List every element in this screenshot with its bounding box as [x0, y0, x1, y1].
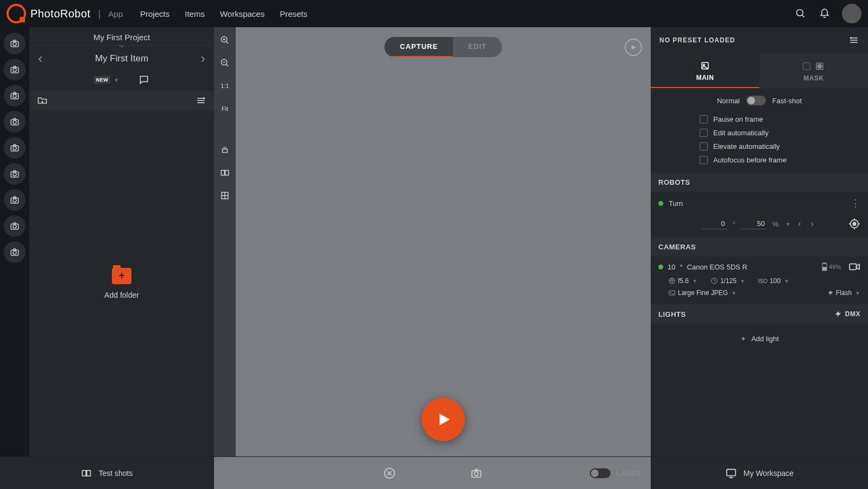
rail-camera-3[interactable] — [4, 85, 26, 106]
view-toolbar: 1:1 Fit — [214, 27, 236, 456]
rail-camera-9[interactable] — [4, 241, 26, 263]
robot-turn-row: Turn ⋮ — [651, 192, 868, 215]
canvas-area: CAPTURE EDIT — [236, 27, 651, 456]
target-icon[interactable] — [848, 218, 860, 230]
tab-mask[interactable]: MASK — [759, 53, 868, 88]
dmx-label[interactable]: DMX — [845, 310, 860, 318]
opt-pause[interactable]: Pause on frame — [700, 115, 868, 123]
capture-tab[interactable]: CAPTURE — [385, 37, 453, 57]
grid-icon[interactable] — [217, 188, 232, 203]
next-item-button[interactable]: › — [200, 50, 205, 67]
tab-main[interactable]: MAIN — [651, 53, 759, 88]
cancel-button[interactable] — [383, 467, 395, 479]
laser-switch[interactable] — [590, 468, 611, 478]
nav-presets[interactable]: Presets — [280, 9, 307, 18]
opt-elevate-auto[interactable]: Elevate automatically — [700, 142, 868, 151]
new-badge: NEW — [94, 76, 111, 84]
test-shots-button[interactable]: Test shots — [98, 469, 133, 478]
robot-more-icon[interactable]: ⋮ — [851, 197, 860, 209]
comments-icon[interactable] — [139, 74, 149, 85]
svg-line-26 — [226, 41, 228, 43]
preset-menu-icon[interactable] — [848, 35, 859, 46]
exposure-icon[interactable] — [217, 142, 232, 158]
status-dot-icon — [658, 265, 663, 269]
app-label: App — [108, 9, 123, 18]
svg-line-1 — [802, 15, 804, 17]
item-tools: NEW ▼ — [29, 71, 214, 91]
zoom-actual-button[interactable]: 1:1 — [217, 78, 232, 93]
search-icon[interactable] — [794, 7, 807, 20]
svg-marker-42 — [439, 413, 450, 425]
camera-rail — [0, 27, 29, 456]
svg-marker-41 — [632, 45, 636, 49]
test-shots-icon — [81, 468, 92, 478]
mode-toggle: CAPTURE EDIT — [385, 37, 501, 57]
svg-point-13 — [13, 173, 16, 176]
nav-workspaces[interactable]: Workspaces — [220, 9, 265, 18]
svg-rect-59 — [850, 264, 857, 270]
flash-setting[interactable]: Flash▼ — [827, 289, 860, 297]
camera-title-row: 10°Canon EOS 5DS R 49% — [651, 256, 868, 275]
angle-input[interactable] — [701, 218, 727, 229]
rail-camera-1[interactable] — [4, 33, 26, 54]
plus-icon: + — [119, 270, 125, 281]
svg-rect-58 — [823, 267, 826, 270]
shutter-setting[interactable]: 1/125▼ — [710, 277, 745, 285]
step-prev-button[interactable]: ‹ — [796, 219, 803, 229]
add-light-button[interactable]: ＋ Add light — [651, 324, 868, 353]
quality-setting[interactable]: Large Fine JPEG▼ — [668, 289, 737, 297]
add-folder-button[interactable]: + — [112, 268, 131, 284]
rail-camera-8[interactable] — [4, 215, 26, 237]
rail-camera-5[interactable] — [4, 137, 26, 159]
preset-row: NO PRESET LOADED — [651, 27, 868, 53]
fast-shot-label: Fast-shot — [772, 97, 802, 105]
brand-logo: PhotoRobot — [7, 4, 91, 23]
capture-play-button[interactable] — [422, 398, 465, 441]
iso-setting[interactable]: ISO 100▼ — [758, 277, 789, 285]
lights-header: LIGHTS DMX — [651, 304, 868, 324]
folder-menu-icon[interactable] — [196, 95, 206, 106]
cameras-header: CAMERAS — [651, 237, 868, 256]
live-view-icon[interactable] — [848, 262, 860, 272]
bottom-right: My Workspace — [651, 456, 868, 489]
notifications-icon[interactable] — [818, 7, 831, 20]
rail-camera-7[interactable] — [4, 189, 26, 211]
single-shot-button[interactable] — [470, 467, 482, 479]
bolt-icon — [834, 310, 842, 318]
svg-rect-37 — [225, 171, 229, 175]
zoom-out-icon[interactable] — [217, 55, 232, 71]
rail-camera-4[interactable] — [4, 111, 26, 133]
logo-icon — [7, 4, 26, 23]
rail-camera-6[interactable] — [4, 163, 26, 185]
chevron-down-icon[interactable]: ▼ — [785, 221, 790, 227]
project-breadcrumb[interactable]: My First Project — [29, 27, 214, 46]
item-status-dropdown[interactable]: NEW ▼ — [94, 76, 119, 84]
camera-settings-row-2: Large Fine JPEG▼ Flash▼ — [651, 286, 868, 298]
camera-block: 10°Canon EOS 5DS R 49% f5.6▼ 1/125▼ — [651, 256, 868, 304]
svg-marker-60 — [857, 265, 859, 269]
user-avatar[interactable] — [842, 4, 861, 23]
svg-point-7 — [13, 95, 16, 98]
opt-edit-auto[interactable]: Edit automatically — [700, 129, 868, 137]
nav-projects[interactable]: Projects — [140, 9, 169, 18]
prev-item-button[interactable]: ‹ — [38, 50, 43, 67]
laser-toggle: LASER — [590, 468, 641, 478]
edit-tab[interactable]: EDIT — [453, 37, 502, 57]
shot-mode-switch[interactable] — [746, 96, 766, 105]
zoom-fit-button[interactable]: Fit — [217, 101, 232, 116]
add-folder-icon[interactable] — [37, 95, 48, 106]
svg-rect-57 — [823, 262, 826, 264]
workspace-button[interactable]: My Workspace — [744, 469, 794, 478]
opt-autofocus[interactable]: Autofocus before frame — [700, 156, 868, 164]
speed-input[interactable] — [741, 218, 767, 229]
svg-rect-68 — [83, 471, 86, 476]
rail-camera-2[interactable] — [4, 59, 26, 80]
nav-items[interactable]: Items — [185, 9, 205, 18]
chevron-down-icon: ▼ — [114, 77, 119, 83]
preview-play-button[interactable] — [625, 39, 642, 56]
step-next-button[interactable]: › — [809, 219, 816, 229]
compare-icon[interactable] — [217, 165, 232, 180]
camera-settings-row-1: f5.6▼ 1/125▼ ISO 100▼ — [651, 275, 868, 286]
aperture-setting[interactable]: f5.6▼ — [668, 277, 697, 285]
zoom-in-icon[interactable] — [217, 33, 232, 48]
